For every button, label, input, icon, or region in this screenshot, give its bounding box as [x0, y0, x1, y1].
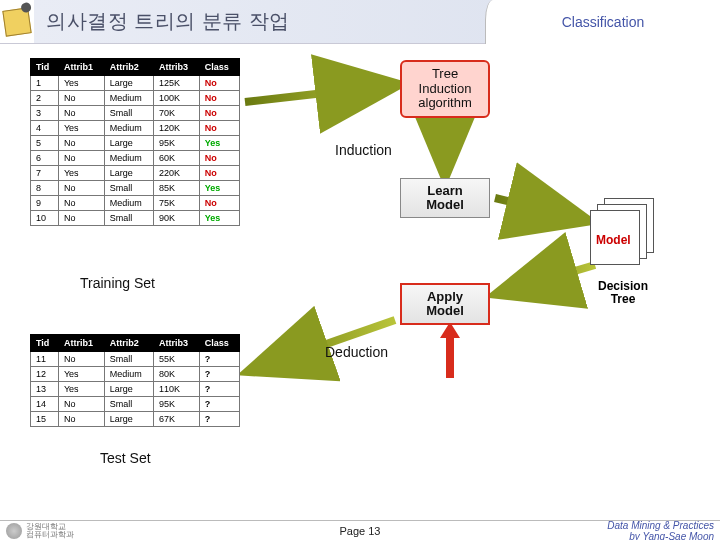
table-cell: 10 — [31, 211, 59, 226]
table-header-cell: Tid — [31, 59, 59, 76]
table-cell: 14 — [31, 397, 59, 412]
table-row: 2NoMedium100KNo — [31, 91, 240, 106]
header-tab: Classification — [485, 0, 720, 44]
table-header-cell: Attrib2 — [104, 59, 153, 76]
apply-line2: Model — [402, 304, 488, 318]
training-set-label: Training Set — [80, 275, 155, 291]
table-cell: ? — [199, 397, 239, 412]
svg-line-0 — [245, 85, 395, 102]
attr-line1: Data Mining & Practices — [607, 520, 714, 531]
table-row: 14NoSmall95K? — [31, 397, 240, 412]
table-row: 1YesLarge125KNo — [31, 76, 240, 91]
header-icon — [2, 7, 31, 36]
dtree-line1: Decision — [598, 279, 648, 293]
test-set-label: Test Set — [100, 450, 151, 466]
table-row: 3NoSmall70KNo — [31, 106, 240, 121]
table-header-cell: Attrib1 — [58, 59, 104, 76]
table-cell: ? — [199, 382, 239, 397]
table-cell: 110K — [154, 382, 200, 397]
table-row: 11NoSmall55K? — [31, 352, 240, 367]
table-cell: 1 — [31, 76, 59, 91]
table-cell: 6 — [31, 151, 59, 166]
table-cell: ? — [199, 412, 239, 427]
table-row: 10NoSmall90KYes — [31, 211, 240, 226]
training-set-table: TidAttrib1Attrib2Attrib3Class1YesLarge12… — [30, 58, 240, 226]
table-cell: 11 — [31, 352, 59, 367]
table-cell: No — [58, 397, 104, 412]
table-cell: No — [58, 151, 104, 166]
algo-line3: algorithm — [402, 96, 488, 111]
table-cell: No — [58, 91, 104, 106]
table-header-cell: Attrib3 — [154, 335, 200, 352]
table-row: 12YesMedium80K? — [31, 367, 240, 382]
table-cell: 55K — [154, 352, 200, 367]
table-cell: 100K — [154, 91, 200, 106]
table-cell: No — [199, 166, 239, 181]
table-cell: No — [58, 106, 104, 121]
table-cell: Yes — [199, 136, 239, 151]
table-cell: No — [58, 352, 104, 367]
tree-induction-algorithm-box: Tree Induction algorithm — [400, 60, 490, 118]
table-cell: No — [58, 181, 104, 196]
table-header-cell: Class — [199, 59, 239, 76]
table-cell: Large — [104, 136, 153, 151]
table-cell: Yes — [199, 181, 239, 196]
svg-line-3 — [500, 265, 595, 293]
table-cell: Yes — [58, 76, 104, 91]
table-header-cell: Class — [199, 335, 239, 352]
table-cell: 12 — [31, 367, 59, 382]
table-row: 8NoSmall85KYes — [31, 181, 240, 196]
table-cell: Medium — [104, 151, 153, 166]
table-cell: ? — [199, 352, 239, 367]
algo-line2: Induction — [402, 82, 488, 97]
learn-line2: Model — [401, 198, 489, 212]
deduction-label: Deduction — [325, 344, 388, 360]
slide-header: 의사결정 트리의 분류 작업 Classification — [0, 0, 720, 44]
table-cell: 95K — [154, 397, 200, 412]
table-cell: 95K — [154, 136, 200, 151]
table-cell: Large — [104, 382, 153, 397]
algo-line1: Tree — [402, 67, 488, 82]
table-row: 13YesLarge110K? — [31, 382, 240, 397]
institution-text: 강원대학교 컴퓨터과학과 — [26, 523, 74, 539]
model-stack: Model — [590, 198, 665, 278]
table-cell: 13 — [31, 382, 59, 397]
table-cell: No — [199, 106, 239, 121]
table-cell: 90K — [154, 211, 200, 226]
table-cell: Yes — [58, 121, 104, 136]
page-number: Page 13 — [340, 525, 381, 537]
decision-tree-label: Decision Tree — [598, 280, 648, 306]
table-cell: 4 — [31, 121, 59, 136]
table-cell: Medium — [104, 91, 153, 106]
apply-model-box: Apply Model — [400, 283, 490, 325]
table-cell: 8 — [31, 181, 59, 196]
table-cell: 5 — [31, 136, 59, 151]
table-cell: 60K — [154, 151, 200, 166]
table-row: 9NoMedium75KNo — [31, 196, 240, 211]
table-cell: Small — [104, 211, 153, 226]
table-cell: 9 — [31, 196, 59, 211]
table-cell: Medium — [104, 121, 153, 136]
table-cell: Small — [104, 181, 153, 196]
table-cell: 125K — [154, 76, 200, 91]
table-cell: Medium — [104, 367, 153, 382]
table-cell: Yes — [58, 367, 104, 382]
slide-footer: 강원대학교 컴퓨터과학과 Page 13 Data Mining & Pract… — [0, 520, 720, 540]
attr-line2: by Yang-Sae Moon — [629, 531, 714, 541]
table-cell: 75K — [154, 196, 200, 211]
table-cell: ? — [199, 367, 239, 382]
table-row: 5NoLarge95KYes — [31, 136, 240, 151]
table-cell: 7 — [31, 166, 59, 181]
table-row: 6NoMedium60KNo — [31, 151, 240, 166]
diagram-content: TidAttrib1Attrib2Attrib3Class1YesLarge12… — [0, 50, 720, 520]
table-cell: Small — [104, 397, 153, 412]
model-label: Model — [596, 233, 631, 247]
table-cell: Small — [104, 106, 153, 121]
table-cell: No — [199, 91, 239, 106]
learn-model-box: Learn Model — [400, 178, 490, 218]
table-cell: 15 — [31, 412, 59, 427]
table-row: 15NoLarge67K? — [31, 412, 240, 427]
apply-line1: Apply — [402, 290, 488, 304]
table-cell: No — [199, 76, 239, 91]
inst-line2: 컴퓨터과학과 — [26, 530, 74, 539]
